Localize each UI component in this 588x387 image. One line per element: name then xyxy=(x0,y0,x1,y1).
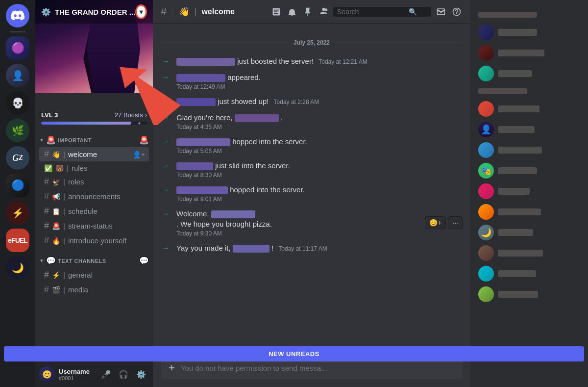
search-input[interactable] xyxy=(337,8,406,16)
msg-5-suffix: hopped into the server. xyxy=(232,137,307,146)
msg-9: → Yay you made it, ! Today at 11:17 AM xyxy=(161,241,463,255)
member-name-1 xyxy=(498,29,537,36)
member-avatar-5: 👤 xyxy=(478,122,494,137)
more-options-button[interactable]: ··· xyxy=(448,216,463,229)
server-icon-1[interactable]: 🟣 xyxy=(6,36,29,60)
channel-name-announcements: announcements xyxy=(68,192,145,201)
notify-icon[interactable] xyxy=(286,6,298,18)
member-avatar-11 xyxy=(478,245,494,261)
category-text-channels[interactable]: ▼ 💬 TEXT CHANNELS 💬 xyxy=(35,248,153,267)
channel-emoji-intro: 🔥 xyxy=(52,237,60,245)
msg-1-suffix: just boosted the server! xyxy=(237,57,314,65)
msg-6-blurred-name xyxy=(176,162,213,170)
member-avatar-4 xyxy=(478,101,494,117)
server-dropdown-button[interactable]: ▼ xyxy=(135,4,147,19)
server-icon-5[interactable]: G Z xyxy=(6,146,29,170)
channel-welcome[interactable]: # 👋 | welcome 👤+ xyxy=(39,147,149,161)
server-header-bar[interactable]: ⚙️ THE GRAND ORDER ... ▼ xyxy=(35,0,153,24)
member-item-1[interactable] xyxy=(474,23,584,42)
member-item-13[interactable] xyxy=(474,284,584,304)
boost-bar-area: LVL 3 27 Boosts › ✦ xyxy=(35,107,153,128)
add-member-icon: 👤+ xyxy=(133,151,145,158)
member-item-8[interactable] xyxy=(474,181,584,201)
members-icon[interactable] xyxy=(318,6,329,18)
help-icon[interactable] xyxy=(451,6,463,18)
server-icon-4[interactable]: 🌿 xyxy=(6,119,29,142)
search-icon: 🔍 xyxy=(409,8,417,16)
channel-emoji-stream: 🚨 xyxy=(52,222,60,230)
msg-4: → Glad you're here, . Today at 4:35 AM xyxy=(161,110,463,132)
member-item-5[interactable]: 👤 xyxy=(474,120,584,139)
member-item-11[interactable] xyxy=(474,243,584,263)
add-reaction-button[interactable]: 😊+ xyxy=(425,216,446,229)
threads-icon[interactable] xyxy=(270,6,282,18)
member-name-9 xyxy=(498,208,541,215)
member-name-5 xyxy=(498,126,535,133)
msg-1-timestamp: Today at 12:21 AM xyxy=(318,58,367,65)
new-unreads-badge[interactable]: NEW UNREADS xyxy=(35,346,153,361)
server-icon-7[interactable]: ⚡ xyxy=(6,201,29,225)
channel-stream-status[interactable]: # 🚨 | stream-status xyxy=(39,219,149,233)
msg-9-prefix: Yay you made it, xyxy=(176,244,233,252)
msg-2-suffix: appeared. xyxy=(227,73,261,81)
member-name-13 xyxy=(498,291,538,298)
member-item-7[interactable]: 🎭 xyxy=(474,161,584,181)
member-item-12[interactable] xyxy=(474,264,584,284)
msg-9-text: Yay you made it, ! Today at 11:17 AM xyxy=(176,244,327,252)
member-item-9[interactable] xyxy=(474,202,584,222)
mic-button[interactable]: 🎤 xyxy=(98,366,114,382)
member-category-blurred-2 xyxy=(478,88,527,94)
category-important[interactable]: ▼ 🚨 IMPORTANT 🚨 xyxy=(35,128,153,147)
boost-count[interactable]: 27 Boosts › xyxy=(115,111,147,119)
pipe-separator: | xyxy=(63,150,65,158)
member-item-4[interactable] xyxy=(474,99,584,119)
msg-5-arrow: → xyxy=(161,137,171,146)
server-icon-3[interactable]: 💀 xyxy=(6,91,29,115)
inbox-icon[interactable] xyxy=(435,6,447,18)
channel-roles[interactable]: # 🦅 | roles xyxy=(39,175,149,189)
server-icon-8[interactable]: eFUEL xyxy=(6,229,29,252)
category-arrow-text: ▼ xyxy=(39,258,44,263)
msg-7-text: hopped into the server. xyxy=(176,185,305,194)
discord-home-icon[interactable] xyxy=(6,4,29,27)
member-item-10[interactable]: 🌙 xyxy=(474,223,584,242)
user-avatar: 😊 xyxy=(39,366,55,382)
msg-6-content: just slid into the server. Today at 8:30… xyxy=(176,160,463,179)
msg-4-timestamp: Today at 4:35 AM xyxy=(176,124,463,130)
channel-emoji-rules: 🐻 xyxy=(55,164,64,172)
settings-button[interactable]: ⚙️ xyxy=(133,366,149,382)
channel-general[interactable]: # ⚡ | general xyxy=(39,268,149,282)
msg-6-arrow: → xyxy=(161,161,171,170)
msg-4-text: Glad you're here, . xyxy=(176,113,283,122)
search-bar[interactable]: 🔍 xyxy=(333,7,431,17)
member-item-3[interactable] xyxy=(474,64,584,83)
channel-announcements[interactable]: # 📢 | announcements xyxy=(39,189,149,204)
channel-hash-general: # xyxy=(44,270,49,280)
date-text: July 25, 2022 xyxy=(294,39,330,46)
member-name-2 xyxy=(498,50,544,56)
msg-3-blurred-name xyxy=(176,98,216,106)
server-icon-9[interactable]: 🌙 xyxy=(6,256,29,280)
server-icon-6[interactable]: 🔵 xyxy=(6,174,29,197)
member-item-2[interactable] xyxy=(474,43,584,63)
member-name-12 xyxy=(498,270,536,277)
pipe-separator: | xyxy=(63,285,65,294)
boost-arrow-icon: › xyxy=(145,111,147,119)
msg-3-text: just showed up! Today at 2:28 AM xyxy=(176,97,319,105)
channel-schedule[interactable]: # 📋 | schedule xyxy=(39,204,149,218)
channel-name-stream: stream-status xyxy=(68,222,145,230)
channel-media[interactable]: # 🎬 | media xyxy=(39,283,149,297)
channel-introduce-yourself[interactable]: # 🔥 | introduce-yourself xyxy=(39,233,149,248)
channel-rules[interactable]: ✅ 🐻 | rules xyxy=(39,162,149,174)
headphone-button[interactable]: 🎧 xyxy=(116,366,131,382)
member-item-6[interactable] xyxy=(474,140,584,160)
pin-icon[interactable] xyxy=(302,6,314,18)
msg-8-text: Welcome, xyxy=(176,209,255,218)
members-sidebar: 👤 🎭 xyxy=(470,0,588,387)
member-list: 👤 🎭 xyxy=(474,8,584,304)
messages-area: July 25, 2022 → just boosted the server!… xyxy=(153,24,470,357)
msg-2-content: appeared. Today at 12:49 AM xyxy=(176,72,463,90)
server-name-text: THE GRAND ORDER ... xyxy=(55,8,135,16)
pipe-separator: | xyxy=(63,271,65,279)
server-icon-2[interactable]: 👤 xyxy=(6,64,29,87)
